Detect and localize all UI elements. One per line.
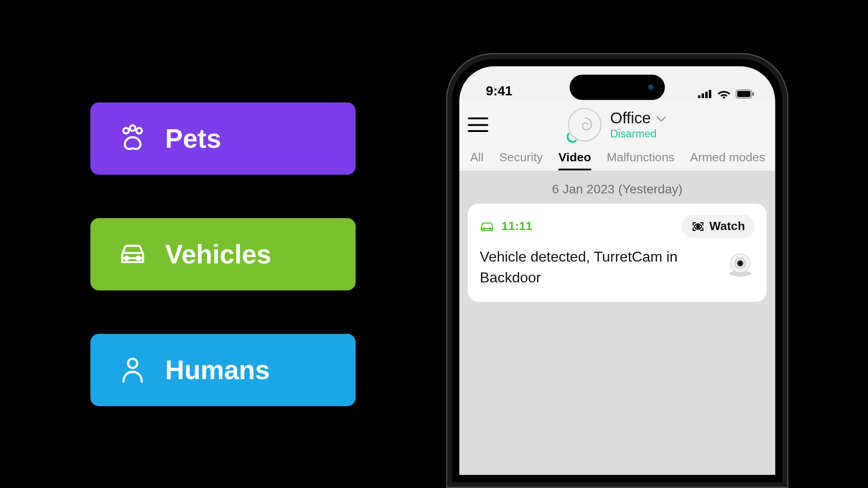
svg-point-16 <box>697 225 699 228</box>
svg-rect-9 <box>709 90 711 99</box>
watch-button[interactable]: Watch <box>682 215 755 238</box>
sync-indicator-icon <box>567 131 579 143</box>
date-section-label: 6 Jan 2023 (Yesterday) <box>468 179 767 203</box>
tab-all[interactable]: All <box>470 147 484 170</box>
event-card[interactable]: 11:11 Watch Vehicle detected, TurretCam … <box>468 204 767 302</box>
hub-name-label: Office <box>610 109 651 127</box>
svg-point-4 <box>137 257 140 260</box>
category-label: Vehicles <box>165 239 271 269</box>
category-label: Humans <box>165 355 269 385</box>
tab-malfunctions[interactable]: Malfunctions <box>607 147 675 170</box>
event-time: 11:11 <box>501 219 532 233</box>
category-humans[interactable]: Humans <box>90 334 356 406</box>
svg-point-3 <box>125 257 128 260</box>
svg-point-21 <box>739 262 741 264</box>
svg-rect-8 <box>705 92 708 99</box>
tab-security[interactable]: Security <box>499 147 542 170</box>
hub-avatar[interactable] <box>568 108 602 142</box>
category-vehicles[interactable]: Vehicles <box>90 218 356 291</box>
hub-selector[interactable]: Office <box>610 109 667 127</box>
svg-point-1 <box>130 125 135 131</box>
tab-video[interactable]: Video <box>558 147 591 170</box>
event-message: Vehicle detected, TurretCam in Backdoor <box>480 246 716 288</box>
svg-rect-7 <box>702 94 704 99</box>
battery-icon <box>736 89 755 99</box>
watch-icon <box>691 221 704 232</box>
category-pets[interactable]: Pets <box>90 103 356 175</box>
app-header: Office Disarmed All Security Video <box>459 101 775 171</box>
chevron-down-icon <box>656 115 666 122</box>
filter-tabs: All Security Video Malfunctions Armed mo… <box>468 143 767 170</box>
tab-armed-modes[interactable]: Armed modes <box>690 147 765 170</box>
vehicle-event-icon <box>480 220 494 232</box>
svg-point-10 <box>723 97 725 99</box>
status-time: 9:41 <box>486 83 513 99</box>
menu-button[interactable] <box>468 116 488 133</box>
svg-point-0 <box>123 128 129 133</box>
swirl-icon <box>576 116 594 134</box>
car-icon <box>117 239 148 270</box>
svg-point-15 <box>490 228 491 229</box>
phone-mockup: 9:41 <box>446 53 788 488</box>
dynamic-island <box>570 75 665 100</box>
camera-thumbnail <box>726 250 755 279</box>
paw-icon <box>117 123 148 154</box>
svg-rect-12 <box>737 91 750 97</box>
svg-point-5 <box>128 359 137 368</box>
svg-point-14 <box>483 228 485 229</box>
category-label: Pets <box>165 123 221 154</box>
svg-rect-6 <box>698 95 700 99</box>
hub-status-label: Disarmed <box>610 127 667 140</box>
events-feed: 6 Jan 2023 (Yesterday) 11:11 <box>459 171 775 475</box>
svg-point-2 <box>137 128 142 133</box>
detection-category-list: Pets Vehicles Humans <box>90 103 356 406</box>
watch-label: Watch <box>709 219 745 233</box>
svg-rect-13 <box>752 92 754 96</box>
person-icon <box>117 354 148 385</box>
wifi-icon <box>717 89 731 99</box>
cellular-icon <box>698 90 712 99</box>
phone-screen: 9:41 <box>459 66 775 475</box>
turret-cam-icon <box>727 251 754 278</box>
